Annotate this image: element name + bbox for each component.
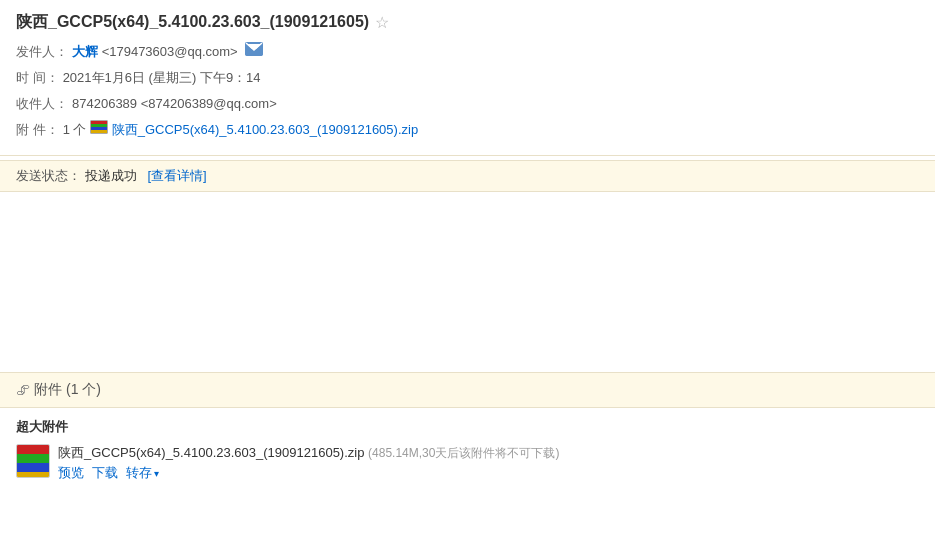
chevron-down-icon[interactable]: ▾ [154, 468, 159, 479]
attachment-meta-label: 附 件： [16, 119, 59, 141]
save-dropdown[interactable]: 转存 ▾ [126, 464, 159, 482]
recipient-value: 874206389 <874206389@qq.com> [72, 93, 277, 115]
time-row: 时 间： 2021年1月6日 (星期三) 下午9：14 [16, 67, 919, 89]
time-value: 2021年1月6日 (星期三) 下午9：14 [63, 67, 261, 89]
email-icon[interactable] [245, 42, 263, 56]
attachment-filename: 陕西_GCCP5(x64)_5.4100.23.603_(1909121605)… [58, 445, 364, 460]
attachment-actions: 预览 下载 转存 ▾ [58, 464, 559, 482]
attachment-section-header: 🖇 附件 (1 个) [0, 373, 935, 408]
attachment-zip-small-icon [90, 120, 108, 134]
recipient-label: 收件人： [16, 93, 68, 115]
status-label: 发送状态： [16, 168, 81, 183]
attachment-file-meta: (485.14M,30天后该附件将不可下载) [368, 446, 559, 460]
svg-rect-0 [245, 42, 263, 56]
status-detail-link[interactable]: [查看详情] [147, 168, 206, 183]
attachment-item: 陕西_GCCP5(x64)_5.4100.23.603_(1909121605)… [16, 444, 919, 482]
zip-file-icon [16, 444, 50, 478]
from-label: 发件人： [16, 41, 68, 63]
email-container: 陕西_GCCP5(x64)_5.4100.23.603_(1909121605)… [0, 0, 935, 492]
preview-link[interactable]: 预览 [58, 464, 84, 482]
status-text: 投递成功 [85, 168, 137, 183]
attachment-info: 陕西_GCCP5(x64)_5.4100.23.603_(1909121605)… [58, 444, 559, 482]
attachment-section-count: (1 个) [66, 381, 101, 399]
attachment-section-label: 附件 [34, 381, 62, 399]
status-bar: 发送状态： 投递成功 [查看详情] [0, 160, 935, 192]
email-subject: 陕西_GCCP5(x64)_5.4100.23.603_(1909121605) [16, 12, 369, 33]
recipient-row: 收件人： 874206389 <874206389@qq.com> [16, 93, 919, 115]
sender-email: <179473603@qq.com> [102, 41, 238, 63]
save-link[interactable]: 转存 [126, 464, 152, 482]
sender-name[interactable]: 大辉 [72, 41, 98, 63]
paperclip-icon: 🖇 [16, 382, 30, 398]
download-link[interactable]: 下载 [92, 464, 118, 482]
attachment-filename-row: 陕西_GCCP5(x64)_5.4100.23.603_(1909121605)… [58, 444, 559, 462]
attachment-section: 🖇 附件 (1 个) 超大附件 陕西_GCCP5(x64)_5.410 [0, 372, 935, 492]
email-header: 陕西_GCCP5(x64)_5.4100.23.603_(1909121605)… [0, 0, 935, 156]
super-attachment-label: 超大附件 [16, 418, 919, 436]
subject-row: 陕西_GCCP5(x64)_5.4100.23.603_(1909121605)… [16, 12, 919, 33]
star-icon[interactable]: ☆ [375, 13, 389, 32]
attachment-meta-count: 1 个 [63, 119, 87, 141]
time-label: 时 间： [16, 67, 59, 89]
attachment-header-link[interactable]: 陕西_GCCP5(x64)_5.4100.23.603_(1909121605)… [112, 119, 418, 141]
attachment-meta-row: 附 件： 1 个 陕西_GCCP5(x64)_5.4100.23.603_(19… [16, 119, 919, 141]
attachment-body: 超大附件 陕西_GCCP5(x64)_5.4100.23.603_(190912… [0, 408, 935, 492]
from-row: 发件人： 大辉 <179473603@qq.com> [16, 41, 919, 63]
email-body [0, 192, 935, 372]
